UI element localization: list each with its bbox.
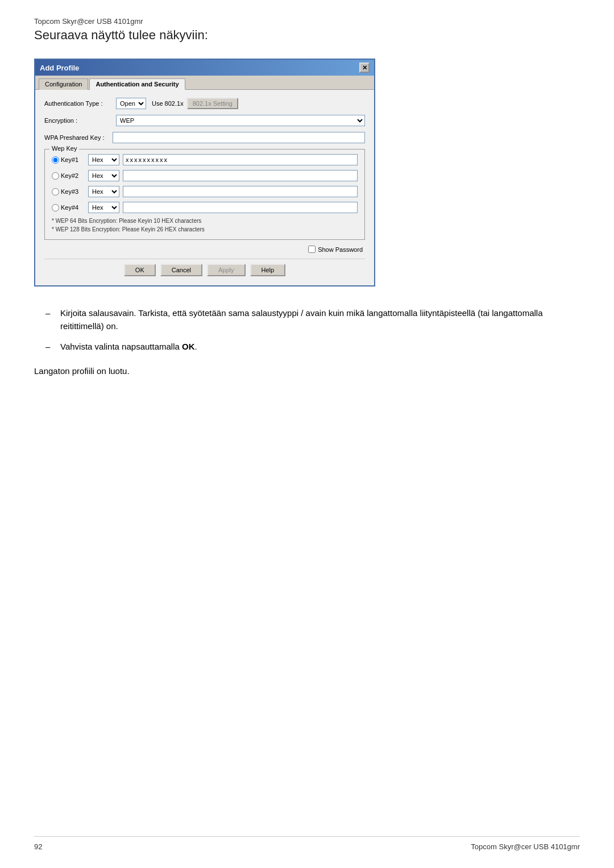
closing-paragraph: Langaton profiili on luotu. [34, 365, 580, 378]
dialog-wrapper: Add Profile ✕ Configuration Authenticati… [34, 59, 580, 286]
key1-radio[interactable] [52, 156, 59, 164]
key4-input[interactable] [123, 202, 358, 213]
bullet-text-2-after: . [195, 342, 197, 351]
key2-label: Key#2 [61, 172, 78, 179]
page-header-small: Topcom Skyr@cer USB 4101gmr [34, 17, 580, 26]
bullet-item-1: – Kirjoita salausavain. Tarkista, että s… [45, 307, 580, 333]
dialog-tabs: Configuration Authentication and Securit… [35, 76, 374, 90]
key4-row: Key#4 Hex ASCII [52, 202, 358, 213]
encryption-select[interactable]: WEP None TKIP AES [116, 115, 365, 126]
wpa-input[interactable] [113, 132, 365, 143]
tab-configuration[interactable]: Configuration [39, 78, 88, 90]
bullet-text-2-bold: OK [182, 342, 195, 351]
dialog-titlebar: Add Profile ✕ [35, 60, 374, 76]
dialog-body: Authentication Type : Open Use 802.1x 80… [35, 90, 374, 285]
bullet-text-2: Vahvista valinta napsauttamalla OK. [60, 340, 580, 354]
802x-setting-button[interactable]: 802.1x Setting [187, 98, 238, 109]
show-password-label: Show Password [318, 246, 363, 253]
key3-radio-label: Key#3 [52, 188, 85, 196]
auth-type-row: Authentication Type : Open Use 802.1x 80… [44, 98, 365, 109]
help-button[interactable]: Help [250, 264, 286, 276]
encryption-label: Encryption : [44, 117, 113, 124]
key2-radio-label: Key#2 [52, 172, 85, 180]
footer-page-number: 92 [34, 842, 42, 851]
bullet-list: – Kirjoita salausavain. Tarkista, että s… [45, 307, 580, 354]
key4-radio[interactable] [52, 204, 59, 211]
key3-input[interactable] [123, 186, 358, 197]
show-password-row: Show Password [44, 246, 365, 253]
show-password-checkbox[interactable] [308, 246, 316, 253]
key2-radio[interactable] [52, 172, 59, 180]
key1-input[interactable] [123, 154, 358, 165]
key4-radio-label: Key#4 [52, 204, 85, 211]
close-button[interactable]: ✕ [359, 63, 370, 73]
key2-input[interactable] [123, 170, 358, 181]
key1-row: Key#1 Hex ASCII [52, 154, 358, 165]
wep-key-legend: Wep Key [49, 145, 79, 152]
bullet-item-2: – Vahvista valinta napsauttamalla OK. [45, 340, 580, 354]
key2-type-select[interactable]: Hex ASCII [88, 170, 119, 181]
key4-type-select[interactable]: Hex ASCII [88, 202, 119, 213]
encryption-row: Encryption : WEP None TKIP AES [44, 115, 365, 126]
bullet-dash-2: – [45, 340, 53, 354]
use-802-label: Use 802.1x [152, 100, 184, 107]
wep-key-group: Wep Key Key#1 Hex ASCII [44, 149, 365, 240]
note2: * WEP 128 Bits Encryption: Please Keyin … [52, 226, 358, 232]
wpa-label: WPA Preshared Key : [44, 134, 113, 141]
key3-type-select[interactable]: Hex ASCII [88, 186, 119, 197]
auth-type-label: Authentication Type : [44, 100, 113, 107]
key3-radio[interactable] [52, 188, 59, 196]
note1: * WEP 64 Bits Encryption: Please Keyin 1… [52, 218, 358, 224]
add-profile-dialog: Add Profile ✕ Configuration Authenticati… [34, 59, 375, 286]
bullet-text-1: Kirjoita salausavain. Tarkista, että syö… [60, 307, 580, 333]
footer-product-name: Topcom Skyr@cer USB 4101gmr [471, 842, 580, 851]
tab-auth-security[interactable]: Authentication and Security [89, 78, 185, 90]
bullet-text-2-before: Vahvista valinta napsauttamalla [60, 342, 182, 351]
dialog-title: Add Profile [40, 64, 79, 72]
key1-radio-label: Key#1 [52, 156, 85, 164]
ok-button[interactable]: OK [124, 264, 156, 276]
apply-button[interactable]: Apply [207, 264, 246, 276]
wpa-row: WPA Preshared Key : [44, 132, 365, 143]
key2-row: Key#2 Hex ASCII [52, 170, 358, 181]
auth-type-select[interactable]: Open [116, 98, 146, 109]
page-footer: 92 Topcom Skyr@cer USB 4101gmr [34, 836, 580, 851]
key1-type-select[interactable]: Hex ASCII [88, 154, 119, 165]
key3-label: Key#3 [61, 188, 78, 195]
bullet-dash-1: – [45, 307, 53, 333]
cancel-button[interactable]: Cancel [160, 264, 202, 276]
key1-label: Key#1 [61, 156, 78, 163]
key4-label: Key#4 [61, 204, 78, 211]
page-header-large: Seuraava näyttö tulee näkyviin: [34, 28, 580, 43]
dialog-buttons: OK Cancel Apply Help [44, 259, 365, 279]
key3-row: Key#3 Hex ASCII [52, 186, 358, 197]
